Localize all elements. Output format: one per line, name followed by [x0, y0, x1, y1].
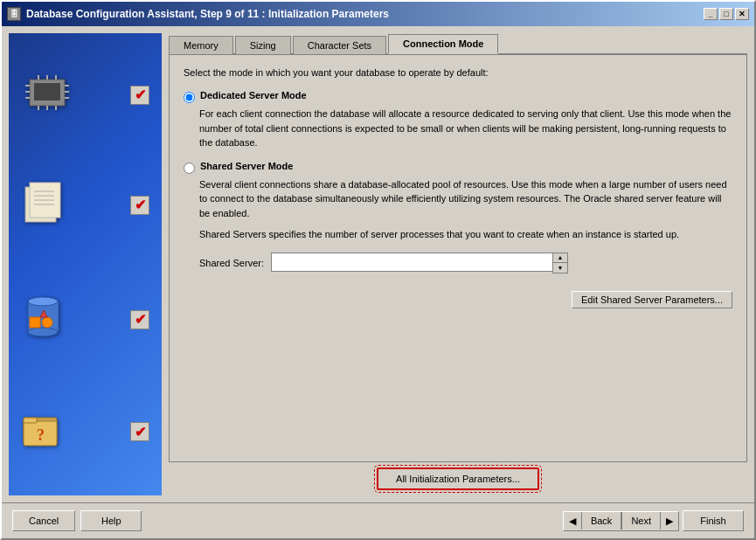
checkmark-icon-3: ✔	[135, 311, 146, 328]
tab-memory[interactable]: Memory	[169, 36, 233, 54]
check-3: ✔	[130, 310, 149, 329]
shared-server-row: Shared Server: ▲ ▼	[199, 253, 732, 273]
cancel-button[interactable]: Cancel	[12, 510, 75, 531]
tab-character-sets[interactable]: Character Sets	[293, 36, 386, 54]
check-2: ✔	[130, 196, 149, 215]
svg-rect-1	[34, 83, 60, 100]
shared-radio[interactable]	[184, 163, 195, 174]
app-icon: 🗄	[7, 7, 21, 21]
illus-item-4: ? ✔	[17, 404, 153, 460]
title-bar-controls: _ □ ✕	[704, 8, 749, 20]
shared-server-group: Shared Server Mode Several client connec…	[184, 161, 732, 242]
edit-shared-server-button[interactable]: Edit Shared Server Parameters...	[572, 291, 732, 308]
dedicated-label-text: Dedicated Server Mode	[200, 90, 307, 100]
bottom-area: All Initialization Parameters...	[169, 462, 747, 495]
close-button[interactable]: ✕	[735, 8, 749, 20]
tab-sizing[interactable]: Sizing	[235, 36, 291, 54]
footer: Cancel Help ◀ Back Next ▶ Finish	[2, 502, 754, 538]
finish-button[interactable]: Finish	[683, 510, 744, 531]
illus-item-2: ✔	[17, 175, 153, 236]
all-initialization-params-button[interactable]: All Initialization Parameters...	[377, 467, 539, 490]
back-arrow-icon[interactable]: ◀	[564, 512, 581, 530]
spinner-buttons: ▲ ▼	[552, 253, 568, 273]
footer-right-buttons: ◀ Back Next ▶ Finish	[563, 510, 744, 531]
checkmark-icon-4: ✔	[135, 424, 146, 440]
check-1: ✔	[130, 86, 149, 105]
next-arrow-icon[interactable]: ▶	[661, 512, 678, 530]
illus-item-3: ✔	[17, 289, 153, 350]
spinner-up-button[interactable]: ▲	[553, 253, 567, 263]
svg-point-21	[28, 297, 58, 306]
minimize-button[interactable]: _	[704, 8, 718, 20]
tabs-container: Memory Sizing Character Sets Connection …	[169, 33, 747, 55]
chip-icon	[21, 73, 73, 118]
title-bar: 🗄 Database Configuration Assistant, Step…	[2, 2, 754, 26]
checkmark-icon-1: ✔	[135, 87, 146, 103]
shared-description-2: Shared Servers specifies the number of s…	[199, 227, 732, 242]
svg-point-22	[28, 328, 58, 336]
spinner-down-button[interactable]: ▼	[553, 263, 567, 273]
left-panel: ✔ ✔	[9, 33, 162, 495]
illus-item-1: ✔	[17, 69, 153, 121]
window-title: Database Configuration Assistant, Step 9…	[26, 8, 389, 20]
checkmark-icon-2: ✔	[135, 197, 146, 213]
database-icon	[21, 293, 73, 347]
next-button[interactable]: Next	[621, 512, 661, 530]
maximize-button[interactable]: □	[719, 8, 733, 20]
documents-icon	[21, 178, 73, 232]
content-panel: Select the mode in which you want your d…	[169, 55, 747, 462]
right-panel: Memory Sizing Character Sets Connection …	[169, 33, 747, 495]
svg-rect-23	[30, 317, 40, 328]
shared-server-input[interactable]	[271, 253, 552, 272]
svg-text:?: ?	[37, 426, 45, 444]
shared-radio-label[interactable]: Shared Server Mode	[184, 161, 732, 174]
shared-server-input-wrap: ▲ ▼	[271, 253, 568, 273]
shared-description-1: Several client connections share a datab…	[199, 177, 732, 221]
back-next-group: ◀ Back Next ▶	[563, 511, 679, 531]
title-bar-left: 🗄 Database Configuration Assistant, Step…	[7, 7, 389, 21]
main-window: 🗄 Database Configuration Assistant, Step…	[0, 0, 756, 540]
main-content: ✔ ✔	[2, 26, 754, 502]
dedicated-radio[interactable]	[184, 92, 195, 103]
tab-connection-mode[interactable]: Connection Mode	[388, 34, 498, 54]
back-button[interactable]: Back	[581, 512, 621, 530]
shared-server-label: Shared Server:	[199, 258, 264, 268]
shared-label-text: Shared Server Mode	[200, 161, 293, 171]
dedicated-server-group: Dedicated Server Mode For each client co…	[184, 90, 732, 150]
dedicated-description: For each client connection the database …	[199, 107, 732, 150]
footer-left-buttons: Cancel Help	[12, 510, 142, 531]
svg-rect-28	[24, 418, 37, 423]
svg-point-24	[42, 317, 52, 328]
help-button[interactable]: Help	[80, 510, 142, 531]
check-4: ✔	[130, 422, 149, 441]
folder-icon: ?	[21, 407, 73, 457]
dedicated-radio-label[interactable]: Dedicated Server Mode	[184, 90, 732, 103]
section-description: Select the mode in which you want your d…	[184, 67, 732, 78]
